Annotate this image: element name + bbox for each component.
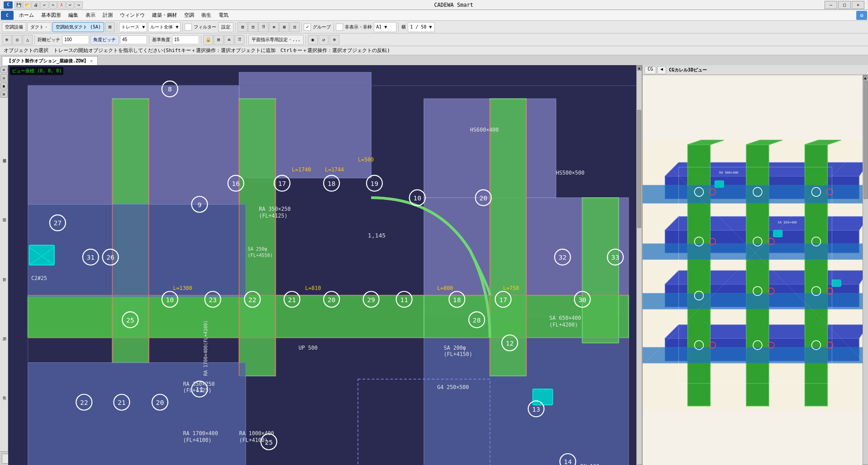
sidebar-label-2: 図面 [0, 214, 7, 216]
settings-btn[interactable]: 設定 [218, 22, 234, 32]
scroll-thumb-v[interactable] [637, 110, 641, 228]
menu-logo[interactable]: C [1, 11, 14, 20]
maximize-button[interactable]: □ [838, 1, 851, 9]
svg-text:HS600×400: HS600×400 [470, 127, 499, 133]
svg-text:19: 19 [371, 180, 379, 187]
tab-duct-file[interactable]: 【ダクト製作オプション_屋線後.ZDW】 ✕ [2, 56, 98, 65]
title-bar: C 💾 📂 🖨 ↩ ↪ A ↩ ↪ CADEWA Smart — □ ✕ [0, 0, 868, 10]
route-full-dropdown[interactable]: ルート全体 ▼ [148, 22, 181, 32]
window-title: CADEWA Smart [83, 2, 825, 8]
icon-table-1[interactable]: ⊟ [248, 22, 258, 32]
sidebar-btn-2[interactable]: ◎ [0, 74, 8, 81]
svg-text:(FL+4550): (FL+4550) [248, 253, 272, 258]
plane-settings-btn[interactable]: 平面指示専用設定・... [248, 35, 304, 45]
svg-text:8: 8 [168, 85, 172, 93]
scale-dropdown[interactable]: A1 ▼ [374, 22, 396, 32]
svg-text:L=810: L=810 [305, 285, 321, 291]
svg-text:(FL+4125): (FL+4125) [183, 387, 211, 394]
3d-canvas[interactable]: RA 900×400 SA 650×400 [643, 75, 868, 465]
menu-edit[interactable]: 編集 [65, 11, 82, 19]
tb2-refresh-icon[interactable]: ↺ [319, 35, 329, 45]
tab-close-icon[interactable]: ✕ [90, 58, 93, 63]
svg-text:16: 16 [232, 180, 240, 187]
svg-text:32: 32 [558, 253, 567, 261]
svg-text:23: 23 [209, 296, 217, 304]
filter-checkbox[interactable] [185, 24, 192, 31]
sidebar-label-4: 空調 [0, 333, 7, 335]
icon-grid-1[interactable]: ⊞ [238, 22, 248, 32]
menu-basic-shapes[interactable]: 基本図形 [38, 11, 65, 19]
svg-text:SA 650×400: SA 650×400 [549, 315, 581, 321]
svg-text:11: 11 [400, 296, 408, 304]
sidebar-btn-3[interactable]: ▣ [0, 82, 8, 90]
3d-scroll-thumb-v[interactable] [863, 81, 868, 199]
svg-text:L=1740: L=1740 [292, 166, 311, 173]
svg-text:RA 900×400: RA 900×400 [719, 171, 738, 175]
tb2-lock-icon[interactable]: 🔒 [203, 35, 213, 45]
menu-window[interactable]: ウィンドウ [116, 11, 148, 19]
svg-text:18: 18 [328, 180, 336, 187]
icon-extra-1[interactable]: ⊠ [279, 22, 289, 32]
tb2-dots-icon[interactable]: ⠿ [234, 35, 244, 45]
svg-text:1,145: 1,145 [368, 232, 386, 239]
quick-undo[interactable]: ↩ [40, 1, 48, 9]
svg-text:(FL+4100): (FL+4100) [183, 437, 211, 443]
svg-rect-172 [773, 230, 782, 237]
hide-checkbox[interactable] [336, 24, 343, 31]
sidebar-label-5: 衛生 [0, 392, 7, 394]
quick-redo[interactable]: ↪ [49, 1, 57, 9]
menu-sanitary[interactable]: 衛生 [198, 11, 215, 19]
angle-pitch-btn[interactable]: 角度ピッチ [90, 35, 119, 45]
distance-pitch-input[interactable] [62, 35, 89, 44]
tb2-grid-icon[interactable]: ⊞ [214, 35, 224, 45]
tb2-icon1[interactable]: ⊕ [2, 35, 12, 45]
svg-text:SA 250φ: SA 250φ [248, 247, 267, 251]
grid-icon-btn[interactable]: ⊞ [105, 22, 115, 32]
tb2-icon3[interactable]: △ [23, 35, 33, 45]
menu-building-steel[interactable]: 建築・鋼材 [148, 11, 181, 19]
svg-rect-171 [715, 180, 724, 187]
menu-measure[interactable]: 計測 [99, 11, 116, 19]
toolbar-1: 空調設備 ダクト・ 空調給気ダクト (SA) ⊞ トレース ▼ ルート全体 ▼ … [0, 21, 868, 33]
menu-view[interactable]: 表示 [82, 11, 99, 19]
drawing-panel: ビュー座標 (0, 0, 0) [8, 65, 868, 451]
quick-extra1[interactable]: ↩ [66, 1, 74, 9]
cg-btn-1[interactable]: CG [644, 66, 656, 74]
sidebar-btn-4[interactable]: ⊠ [0, 90, 8, 98]
duct-btn[interactable]: ダクト・ [27, 22, 52, 32]
tb2-extra-icon[interactable]: ⊕ [329, 35, 339, 45]
quick-print[interactable]: 🖨 [32, 1, 40, 9]
quick-text[interactable]: A [57, 1, 66, 9]
3d-scrollbar-v[interactable]: ▲ ▼ [863, 75, 868, 465]
cad-drawing-area[interactable]: ビュー座標 (0, 0, 0) [8, 65, 642, 465]
tb2-icon2[interactable]: ◎ [12, 35, 22, 45]
tab-label: 【ダクト製作オプション_屋線後.ZDW】 [7, 58, 88, 64]
quick-extra2[interactable]: ↪ [75, 1, 83, 9]
sidebar-btn-1[interactable]: ⊕ [0, 66, 8, 73]
menu-electrical[interactable]: 電気 [215, 11, 232, 19]
tb2-lines-icon[interactable]: ≡ [224, 35, 234, 45]
cg-btn-2[interactable]: ◀ [657, 66, 666, 74]
icon-extra-2[interactable]: ⊡ [290, 22, 300, 32]
minimize-button[interactable]: — [825, 1, 837, 9]
angle-pitch-input[interactable] [120, 35, 147, 44]
settings-button[interactable]: ⚙ [856, 11, 867, 20]
aircon-equipment-btn[interactable]: 空調設備 [2, 22, 26, 32]
close-button[interactable]: ✕ [852, 1, 864, 9]
cad-svg: 8 9 10 11 12 13 [8, 65, 642, 465]
icon-lines-1[interactable]: ≡ [269, 22, 279, 32]
quick-open[interactable]: 📂 [23, 1, 31, 9]
group-checkbox[interactable]: ✓ [304, 24, 311, 31]
vertical-scrollbar[interactable]: ▲ ▼ [636, 65, 642, 465]
tb2-compass-icon[interactable]: ◉ [308, 35, 318, 45]
scroll-up-btn[interactable]: ▲ [637, 65, 642, 71]
trace-dropdown[interactable]: トレース ▼ [119, 22, 147, 32]
icon-dots-1[interactable]: ⠿ [258, 22, 268, 32]
menu-hvac[interactable]: 空調 [181, 11, 198, 19]
base-angle-input[interactable] [172, 35, 199, 44]
cg-panel-header: CG ◀ CGカレル3Dビュー [643, 65, 868, 75]
menu-home[interactable]: ホーム [15, 11, 38, 19]
page-dropdown[interactable]: 1 / 50 ▼ [408, 22, 435, 32]
quick-save[interactable]: 💾 [14, 1, 23, 9]
supply-duct-btn[interactable]: 空調給気ダクト (SA) [52, 22, 104, 32]
